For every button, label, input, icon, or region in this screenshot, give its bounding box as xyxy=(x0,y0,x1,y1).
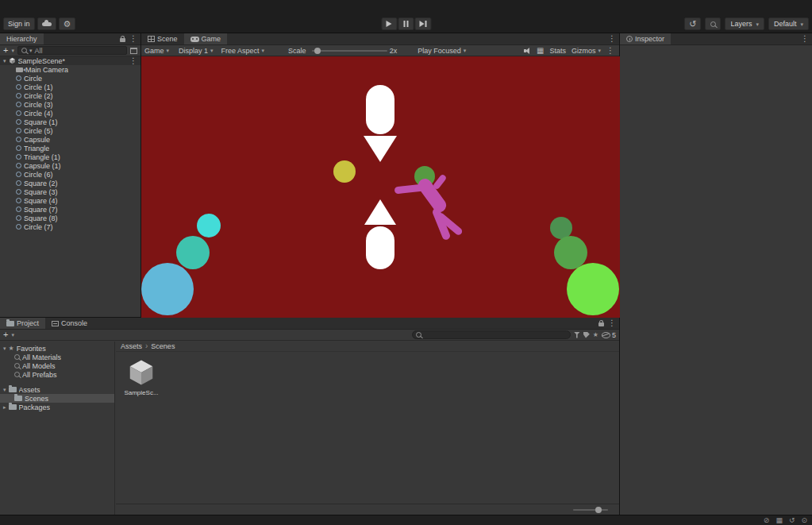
kebab-menu-icon[interactable] xyxy=(606,47,614,55)
caret-down-icon[interactable] xyxy=(3,386,6,393)
kebab-menu-icon[interactable] xyxy=(608,35,616,43)
kebab-menu-icon[interactable] xyxy=(129,57,137,65)
lock-icon[interactable] xyxy=(120,38,125,42)
funnel-icon[interactable] xyxy=(574,332,580,338)
create-button[interactable] xyxy=(3,330,8,339)
scale-slider-knob[interactable] xyxy=(314,48,321,54)
step-button[interactable] xyxy=(414,17,431,30)
layers-label: Layers xyxy=(730,20,752,28)
caret-down-icon[interactable] xyxy=(3,57,6,64)
vsync-grid-icon[interactable] xyxy=(537,47,544,55)
pause-icon xyxy=(403,21,408,27)
tab-scene[interactable]: Scene xyxy=(141,33,184,44)
packages-icon[interactable]: ▦ xyxy=(775,516,783,524)
tab-inspector[interactable]: Inspector xyxy=(620,33,671,44)
hierarchy-item-main-camera[interactable]: Main Camera xyxy=(0,65,140,74)
undo-history-button[interactable] xyxy=(684,17,701,30)
mute-audio-icon[interactable] xyxy=(524,48,531,54)
hierarchy-item[interactable]: Square (1) xyxy=(0,118,140,126)
services-button[interactable] xyxy=(59,17,76,30)
stats-button[interactable]: Stats xyxy=(549,47,566,55)
game-shape-yellow-circle xyxy=(333,160,356,183)
aspect-dropdown[interactable]: Free Aspect xyxy=(221,47,265,55)
hierarchy-item[interactable]: Capsule xyxy=(0,135,140,144)
activity-icon[interactable]: ⊙ xyxy=(801,516,807,524)
caret-down-icon[interactable] xyxy=(11,331,14,338)
caret-right-icon[interactable] xyxy=(3,403,6,411)
global-search-button[interactable] xyxy=(705,17,721,30)
caret-down-icon xyxy=(29,47,33,54)
hierarchy-item[interactable]: Square (2) xyxy=(0,179,140,187)
refresh-icon[interactable]: ↺ xyxy=(789,516,795,524)
layout-dropdown[interactable]: Default xyxy=(768,17,809,30)
gameobject-icon xyxy=(16,215,21,221)
favorite-item[interactable]: All Prefabs xyxy=(0,370,114,379)
kebab-menu-icon[interactable] xyxy=(608,319,616,327)
asset-name: SampleSc... xyxy=(124,389,158,396)
favorite-item[interactable]: All Models xyxy=(0,361,114,370)
hierarchy-item[interactable]: Circle (6) xyxy=(0,170,140,179)
hidden-count-toggle[interactable]: 5 xyxy=(602,331,616,339)
hierarchy-item[interactable]: Triangle xyxy=(0,144,140,152)
hierarchy-scene-row[interactable]: SampleScene* xyxy=(0,56,140,65)
assets-folder-row[interactable]: Assets xyxy=(0,385,114,394)
hierarchy-item[interactable]: Circle (5) xyxy=(0,126,140,135)
packages-folder-row[interactable]: Packages xyxy=(0,403,114,411)
hierarchy-item[interactable]: Square (7) xyxy=(0,205,140,214)
project-search-input[interactable] xyxy=(424,331,567,338)
hierarchy-item[interactable]: Circle (4) xyxy=(0,109,140,118)
hierarchy-title: Hierarchy xyxy=(6,35,37,43)
breadcrumb-scenes[interactable]: Scenes xyxy=(151,342,175,350)
create-button[interactable] xyxy=(3,46,8,55)
hierarchy-search-field[interactable]: All xyxy=(17,46,127,55)
scale-slider[interactable] xyxy=(312,50,387,52)
star-icon[interactable] xyxy=(593,331,598,338)
play-button[interactable] xyxy=(381,17,397,30)
search-icon xyxy=(416,332,421,338)
hierarchy-item[interactable]: Circle (2) xyxy=(0,91,140,100)
caret-down-icon[interactable] xyxy=(11,47,14,54)
scenes-folder-row[interactable]: Scenes xyxy=(0,394,114,403)
layers-dropdown[interactable]: Layers xyxy=(725,17,764,30)
game-shape-capsule-top xyxy=(366,85,394,134)
display-dropdown[interactable]: Display 1 xyxy=(179,47,214,55)
game-target-dropdown[interactable]: Game xyxy=(144,47,169,55)
lock-icon[interactable] xyxy=(598,322,604,326)
zoom-slider-knob[interactable] xyxy=(595,507,602,513)
tag-icon[interactable] xyxy=(583,332,590,338)
play-focused-dropdown[interactable]: Play Focused xyxy=(418,47,466,55)
caret-down-icon xyxy=(756,21,759,28)
gear-icon xyxy=(63,20,71,29)
hierarchy-item[interactable]: Square (4) xyxy=(0,196,140,205)
search-window-icon[interactable] xyxy=(130,48,137,54)
hierarchy-item[interactable]: Triangle (1) xyxy=(0,152,140,161)
breadcrumb-assets[interactable]: Assets xyxy=(121,342,142,350)
hierarchy-item[interactable]: Capsule (1) xyxy=(0,161,140,170)
notifications-icon[interactable]: ⊘ xyxy=(764,516,770,524)
hierarchy-item[interactable]: Circle (7) xyxy=(0,222,140,231)
hierarchy-item[interactable]: Square (8) xyxy=(0,214,140,222)
tab-game[interactable]: Game xyxy=(184,33,228,44)
hierarchy-item[interactable]: Square (3) xyxy=(0,187,140,196)
project-search-field[interactable] xyxy=(412,330,571,339)
favorites-row[interactable]: Favorites xyxy=(0,344,114,353)
pause-button[interactable] xyxy=(398,17,414,30)
gizmos-dropdown[interactable]: Gizmos xyxy=(571,47,601,55)
hierarchy-item[interactable]: Circle (1) xyxy=(0,83,140,91)
thumbnail-zoom-slider[interactable] xyxy=(573,509,608,511)
asset-tile-samplescene[interactable]: SampleSc... xyxy=(122,357,160,396)
hierarchy-item[interactable]: Circle (3) xyxy=(0,100,140,109)
gameobject-icon xyxy=(16,207,21,212)
caret-down-icon[interactable] xyxy=(3,345,6,352)
cloud-button[interactable] xyxy=(37,17,56,30)
tab-hierarchy[interactable]: Hierarchy xyxy=(0,33,44,44)
tab-console[interactable]: Console xyxy=(45,318,94,329)
tab-project[interactable]: Project xyxy=(0,318,45,329)
kebab-menu-icon[interactable] xyxy=(801,35,809,43)
favorite-item[interactable]: All Materials xyxy=(0,353,114,361)
hidden-count: 5 xyxy=(612,331,616,339)
kebab-menu-icon[interactable] xyxy=(129,35,137,43)
game-viewport[interactable] xyxy=(141,56,620,318)
hierarchy-item[interactable]: Circle xyxy=(0,74,140,83)
sign-in-button[interactable]: Sign in xyxy=(3,17,35,30)
